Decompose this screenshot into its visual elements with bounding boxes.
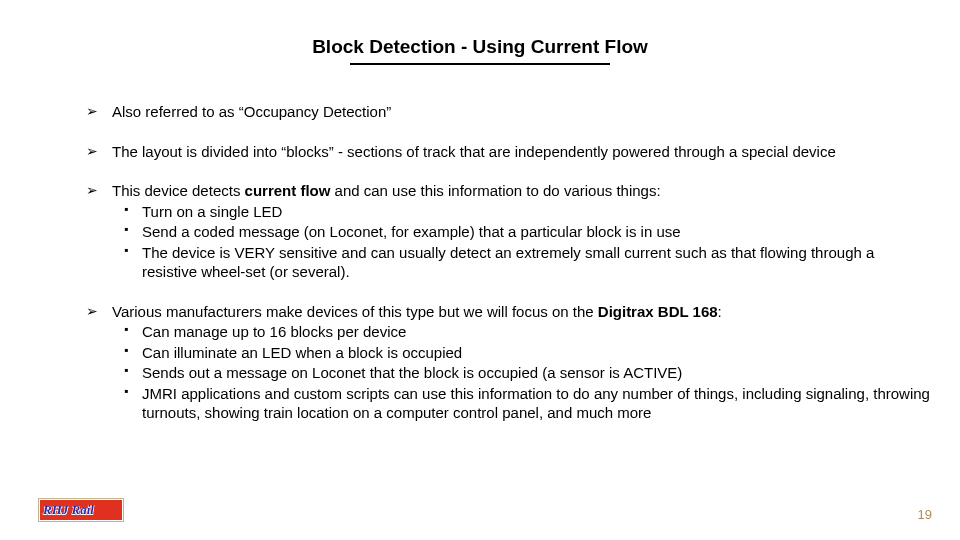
bullet-3-sub-2-text: Send a coded message (on Loconet, for ex… [142,223,681,240]
bullet-1: Also referred to as “Occupancy Detection… [86,102,930,122]
bullet-4-sub-3-text: Sends out a message on Loconet that the … [142,364,682,381]
bullet-3-group: This device detects current flow and can… [86,181,930,282]
bullet-1-text: Also referred to as “Occupancy Detection… [112,103,391,120]
bullet-4-sub-2-text: Can illuminate an LED when a block is oc… [142,344,462,361]
bullet-3-pre: This device detects [112,182,245,199]
bullet-4-sub-3: Sends out a message on Loconet that the … [86,363,930,383]
logo: RHJ Rail [38,498,124,522]
bullet-4-sub-1: Can manage up to 16 blocks per device [86,322,930,342]
bullet-4: Various manufacturers make devices of th… [86,302,930,322]
bullet-4-sub-4: JMRI applications and custom scripts can… [86,384,930,423]
bullet-4-post: : [718,303,722,320]
page-number: 19 [918,507,932,522]
bullet-3-sub-3-text: The device is VERY sensitive and can usu… [142,244,874,281]
logo-border: RHJ Rail [38,498,124,522]
slide-title: Block Detection - Using Current Flow [0,36,960,58]
bullet-4-bold: Digitrax BDL 168 [598,303,718,320]
bullet-3: This device detects current flow and can… [86,181,930,201]
bullet-2: The layout is divided into “blocks” - se… [86,142,930,162]
bullet-4-pre: Various manufacturers make devices of th… [112,303,598,320]
bullet-4-sub-1-text: Can manage up to 16 blocks per device [142,323,406,340]
bullet-3-sub-1: Turn on a single LED [86,202,930,222]
logo-background: RHJ Rail [40,500,122,520]
slide: Block Detection - Using Current Flow Als… [0,0,960,540]
bullet-3-bold: current flow [245,182,331,199]
bullet-2-text: The layout is divided into “blocks” - se… [112,143,836,160]
title-underline [350,63,610,65]
logo-text: RHJ Rail [43,502,94,518]
content-area: Also referred to as “Occupancy Detection… [86,102,930,443]
bullet-4-sub-4-text: JMRI applications and custom scripts can… [142,385,930,422]
bullet-4-group: Various manufacturers make devices of th… [86,302,930,423]
bullet-4-sub-2: Can illuminate an LED when a block is oc… [86,343,930,363]
bullet-3-post: and can use this information to do vario… [330,182,660,199]
bullet-3-sub-2: Send a coded message (on Loconet, for ex… [86,222,930,242]
bullet-3-sub-1-text: Turn on a single LED [142,203,282,220]
bullet-3-sub-3: The device is VERY sensitive and can usu… [86,243,930,282]
